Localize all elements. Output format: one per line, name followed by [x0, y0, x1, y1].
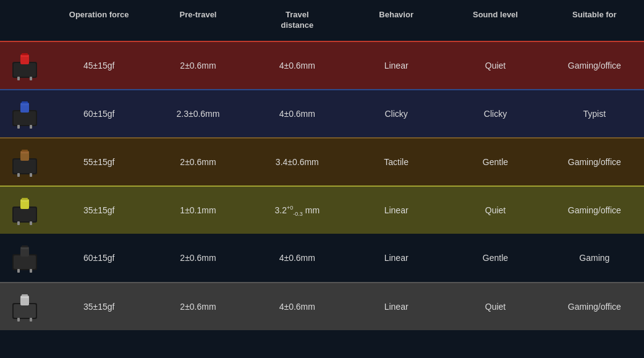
- svg-rect-6: [30, 77, 32, 80]
- svg-rect-4: [21, 55, 28, 57]
- switch-icon-cell: [0, 45, 49, 87]
- svg-rect-40: [17, 318, 20, 322]
- header-suitable-for: Suitable for: [545, 6, 644, 35]
- pre-travel-value: 2.3±0.6mm: [148, 105, 247, 122]
- table-row: 60±15gf 2.3±0.6mm 4±0.6mm Clicky Clicky …: [0, 89, 644, 137]
- svg-rect-27: [30, 221, 32, 225]
- travel-superscript: +0: [287, 205, 293, 211]
- table-header: Operation force Pre-travel Travel distan…: [0, 0, 644, 41]
- operation-force-value: 60±15gf: [49, 105, 148, 122]
- header-operation-force: Operation force: [49, 6, 148, 35]
- header-icon-col: [0, 6, 49, 35]
- switch-icon-cell: [0, 189, 49, 231]
- svg-rect-26: [17, 221, 20, 225]
- operation-force-value: 35±15gf: [49, 202, 148, 219]
- travel-distance-value: 3.4±0.6mm: [248, 153, 347, 171]
- svg-rect-12: [17, 125, 20, 129]
- table-row: 55±15gf 2±0.6mm 3.4±0.6mm Tactile Gentle…: [0, 137, 644, 185]
- svg-rect-18: [21, 151, 28, 153]
- header-pre-travel: Pre-travel: [148, 6, 247, 35]
- pre-travel-value: 2±0.6mm: [148, 57, 247, 74]
- behavior-value: Linear: [347, 202, 446, 219]
- pre-travel-value: 2±0.6mm: [148, 153, 247, 171]
- svg-rect-29: [14, 255, 36, 269]
- svg-rect-1: [14, 63, 36, 77]
- sound-level-value: Clicky: [446, 105, 544, 122]
- behavior-value: Linear: [347, 57, 446, 74]
- black-switch-icon: [9, 242, 41, 274]
- table-row: 60±15gf 2±0.6mm 4±0.6mm Linear Gentle Ga…: [0, 234, 644, 282]
- table-row: 45±15gf 2±0.6mm 4±0.6mm Linear Quiet Gam…: [0, 41, 644, 89]
- suitable-for-value: Typist: [545, 105, 644, 122]
- behavior-value: Linear: [347, 249, 446, 266]
- svg-rect-5: [17, 77, 20, 80]
- svg-rect-41: [30, 318, 32, 322]
- header-travel-distance: Travel distance: [248, 6, 347, 35]
- switch-icon-cell: [0, 93, 49, 135]
- switch-comparison-table: Operation force Pre-travel Travel distan…: [0, 0, 644, 330]
- operation-force-value: 35±15gf: [49, 298, 148, 315]
- travel-distance-value: 4±0.6mm: [248, 249, 347, 266]
- table-row: 35±15gf 2±0.6mm 4±0.6mm Linear Quiet Gam…: [0, 282, 644, 330]
- svg-rect-32: [21, 247, 28, 249]
- suitable-for-value: Gaming: [545, 249, 644, 266]
- red-switch-icon: [9, 49, 41, 82]
- svg-rect-8: [14, 111, 36, 125]
- travel-distance-value: 3.2+0-0.3 mm: [248, 202, 347, 219]
- svg-rect-22: [14, 208, 36, 221]
- behavior-value: Clicky: [347, 105, 446, 122]
- svg-rect-11: [21, 103, 28, 105]
- svg-rect-36: [14, 304, 36, 318]
- sound-level-value: Quiet: [446, 202, 544, 219]
- suitable-for-value: Gaming/office: [545, 298, 644, 315]
- travel-subscript: -0.3: [293, 211, 303, 217]
- yellow-switch-icon: [9, 194, 41, 226]
- table-row: 35±15gf 1±0.1mm 3.2+0-0.3 mm Linear Quie…: [0, 185, 644, 234]
- sound-level-value: Gentle: [446, 249, 544, 266]
- white-switch-icon: [9, 291, 41, 323]
- behavior-value: Linear: [347, 298, 446, 315]
- sound-level-value: Quiet: [446, 57, 544, 74]
- behavior-value: Tactile: [347, 153, 446, 171]
- switch-icon-cell: [0, 237, 49, 279]
- header-behavior: Behavior: [347, 6, 446, 35]
- svg-rect-39: [21, 296, 28, 298]
- svg-rect-25: [21, 200, 28, 202]
- travel-distance-value: 4±0.6mm: [248, 105, 347, 122]
- svg-rect-34: [30, 269, 32, 273]
- svg-rect-20: [30, 173, 32, 177]
- svg-rect-19: [17, 173, 20, 177]
- switch-icon-cell: [0, 286, 49, 328]
- pre-travel-value: 2±0.6mm: [148, 298, 247, 315]
- travel-distance-value: 4±0.6mm: [248, 298, 347, 315]
- sound-level-value: Quiet: [446, 298, 544, 315]
- svg-rect-13: [30, 125, 32, 129]
- travel-distance-value: 4±0.6mm: [248, 57, 347, 74]
- svg-rect-15: [14, 160, 36, 173]
- operation-force-value: 45±15gf: [49, 57, 148, 74]
- suitable-for-value: Gaming/office: [545, 57, 644, 74]
- header-sound-level: Sound level: [446, 6, 544, 35]
- operation-force-value: 55±15gf: [49, 153, 148, 171]
- svg-rect-33: [17, 269, 20, 273]
- pre-travel-value: 1±0.1mm: [148, 202, 247, 219]
- suitable-for-value: Gaming/office: [545, 202, 644, 219]
- pre-travel-value: 2±0.6mm: [148, 249, 247, 266]
- blue-switch-icon: [9, 98, 41, 130]
- switch-icon-cell: [0, 141, 49, 183]
- suitable-for-value: Gaming/office: [545, 153, 644, 171]
- sound-level-value: Gentle: [446, 153, 544, 171]
- operation-force-value: 60±15gf: [49, 249, 148, 266]
- brown-switch-icon: [9, 146, 41, 178]
